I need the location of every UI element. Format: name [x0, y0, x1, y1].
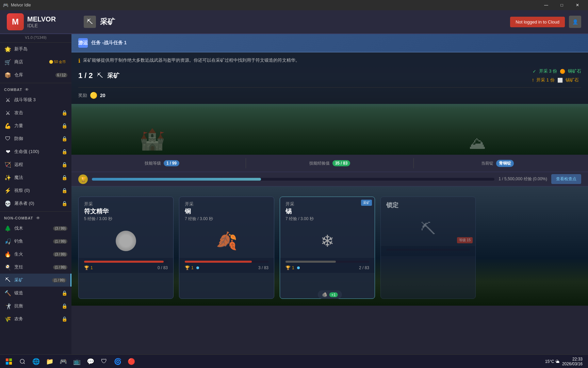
sidebar-item-newbie-island[interactable]: 🌟 新手岛: [0, 43, 71, 56]
sidebar-item-strength[interactable]: 💪 力量 🔒: [0, 119, 71, 132]
sidebar-label-strength: 力量: [14, 123, 59, 129]
start-button[interactable]: [3, 355, 15, 368]
sidebar-item-slayer[interactable]: 💀 屠杀者 (0) 🔒: [0, 197, 71, 210]
taskbar-icon-2[interactable]: 📁: [44, 355, 56, 368]
taskbar-time: 22:33 2026/03/16: [562, 357, 583, 366]
sidebar-label-defense: 防御: [14, 136, 59, 142]
sidebar-item-combat-level[interactable]: ⚔ 战斗等级 3: [0, 93, 71, 106]
newbie-island-icon: 🌟: [4, 45, 12, 53]
rune-essence-img: [116, 231, 136, 251]
skill-level-label: 技能等级: [145, 160, 161, 166]
sidebar-item-woodcutting[interactable]: 🌲 伐木 (3 / 99): [0, 222, 71, 235]
app-logo: M MELVOR IDLE: [7, 13, 71, 30]
trophy-count-copper: 1: [191, 265, 194, 270]
thieving-lock-icon: 🔒: [62, 303, 67, 309]
trophy-count-rune: 1: [91, 265, 93, 270]
header-center: ⛏ 采矿: [77, 16, 505, 28]
divider-2: [0, 211, 71, 212]
sidebar-label-cooking: 烹饪: [14, 264, 50, 270]
taskbar-icon-4[interactable]: 💬: [84, 355, 97, 368]
sidebar-item-defense[interactable]: 🛡 防御 🔒: [0, 132, 71, 145]
sidebar-label-farming: 农务: [14, 316, 59, 322]
sidebar-item-warehouse[interactable]: 📦 仓库 6 / 12: [0, 68, 71, 81]
quest-icon: 游运: [78, 38, 88, 48]
card-count-copper: 3 / 83: [258, 265, 268, 270]
task-progress: 1 / 2 ⛏ 采矿: [78, 71, 119, 80]
header-right: Not logged in to Cloud 👤: [510, 16, 581, 28]
taskbar-icon-5[interactable]: 🛡: [98, 355, 110, 368]
sidebar-item-hp[interactable]: ❤ 生命值 (100) 🔒: [0, 145, 71, 158]
card-name-locked: 锁定: [386, 201, 470, 209]
combat-label: COMBAT: [4, 88, 22, 92]
info-icon: ℹ: [78, 58, 80, 64]
tin-tag: 采矿: [361, 200, 372, 206]
sidebar-item-fishing[interactable]: 🎣 钓鱼 (1 / 99): [0, 235, 71, 248]
svg-rect-1: [9, 358, 12, 361]
copper-ore-icon: 🟠: [560, 69, 565, 74]
warehouse-badge: 6 / 12: [55, 73, 67, 77]
close-btn[interactable]: ✕: [570, 0, 585, 10]
woodcutting-badge: (3 / 99): [53, 226, 67, 231]
sidebar-label-fishing: 钓鱼: [14, 238, 50, 244]
card-footer-rune: 🏆 1 0 / 83: [79, 258, 173, 273]
card-body-tin[interactable]: ❄: [280, 224, 375, 258]
card-count-rune: 0 / 83: [158, 265, 168, 270]
avatar-button[interactable]: 👤: [569, 16, 581, 28]
sidebar-label-shop: 商店: [14, 59, 45, 65]
non-combat-eye-icon: 👁: [36, 216, 40, 220]
sidebar-item-attack[interactable]: ⚔ 攻击 🔒: [0, 106, 71, 119]
slayer-lock-icon: 🔒: [62, 201, 67, 206]
copper-ore-img: 🍂: [216, 230, 238, 252]
skill-ingot-value: 青铜锭: [496, 160, 514, 167]
sidebar-label-attack: 攻击: [14, 110, 59, 116]
card-xp-tin: 7 经验 / 3.00 秒: [285, 216, 369, 222]
defense-icon: 🛡: [4, 135, 12, 142]
cloud-login-button[interactable]: Not logged in to Cloud: [510, 17, 565, 27]
xp-bar-wrap: [92, 178, 494, 181]
copper-ore-name: 铜矿石: [568, 68, 581, 74]
taskbar-icon-3[interactable]: 📺: [71, 355, 83, 368]
svg-point-4: [20, 359, 24, 363]
sidebar-item-farming[interactable]: 🌾 农务 🔒: [0, 312, 71, 325]
taskbar-icon-7[interactable]: 🔴: [125, 355, 137, 368]
sidebar-item-firemaking[interactable]: 🔥 生火 (3 / 99): [0, 248, 71, 261]
card-body-copper[interactable]: 🍂: [179, 224, 274, 258]
taskbar-icon-1[interactable]: 🌐: [30, 355, 42, 368]
taskbar-steam-icon[interactable]: 🎮: [57, 355, 69, 368]
sidebar-item-shop[interactable]: 🛒 商店 🟡 50 金币: [0, 56, 71, 68]
maximize-btn[interactable]: □: [554, 0, 570, 10]
magic-lock-icon: 🔒: [62, 175, 67, 180]
shop-icon: 🛒: [4, 58, 12, 66]
taskbar-search-button[interactable]: [16, 355, 29, 368]
svg-rect-0: [6, 358, 9, 361]
combat-eye-icon: 👁: [25, 87, 29, 92]
sidebar-item-prayer[interactable]: ⚡ 祝祭 (0) 🔒: [0, 184, 71, 197]
card-action-rune: 开采: [84, 201, 168, 207]
card-progress-bg-tin: [285, 261, 369, 263]
fishing-icon: 🎣: [4, 237, 12, 245]
check-milestones-button[interactable]: 查看检查点: [551, 174, 581, 184]
sidebar-item-cooking[interactable]: 🍳 烹饪 (1 / 99): [0, 261, 71, 274]
info-text: ℹ 采矿能够提供用于制作绝大多数近战武器与盔甲的资源。你还可以在采矿过程中找到用…: [78, 57, 581, 64]
sidebar-label-prayer: 祝祭 (0): [14, 187, 59, 194]
combat-section-header: COMBAT 👁: [0, 85, 71, 93]
sidebar-item-smithing[interactable]: 🔨 锻造 🔒: [0, 287, 71, 300]
locked-ore-img: ⛏: [417, 218, 439, 240]
skill-xp-value: 35 / 83: [332, 160, 350, 166]
quest-title: 任务 -战斗任务 1: [91, 40, 127, 46]
page-title: 采矿: [100, 17, 115, 27]
prayer-lock-icon: 🔒: [62, 188, 67, 193]
card-header-rune: 开采 符文精华 5 经验 / 3.00 秒: [79, 197, 173, 224]
ranged-lock-icon: 🔒: [62, 162, 67, 167]
sidebar-item-ranged[interactable]: 🏹 远程 🔒: [0, 158, 71, 171]
sidebar-item-thieving[interactable]: 🤺 抗衡 🔒: [0, 300, 71, 312]
minimize-btn[interactable]: —: [538, 0, 554, 10]
sidebar-item-magic[interactable]: ✨ 魔法 🔒: [0, 171, 71, 184]
tin-obj-text: 开采 1 份: [536, 77, 554, 83]
taskbar-icon-6[interactable]: 🌀: [112, 355, 124, 368]
card-progress-fill-copper: [185, 261, 252, 263]
card-body-rune[interactable]: [79, 224, 173, 258]
tray-weather: 15°C 🌥: [545, 359, 559, 364]
reward-label: 奖励: [78, 92, 87, 98]
sidebar-item-mining[interactable]: ⛏ 采矿 (1 / 99): [0, 274, 71, 287]
